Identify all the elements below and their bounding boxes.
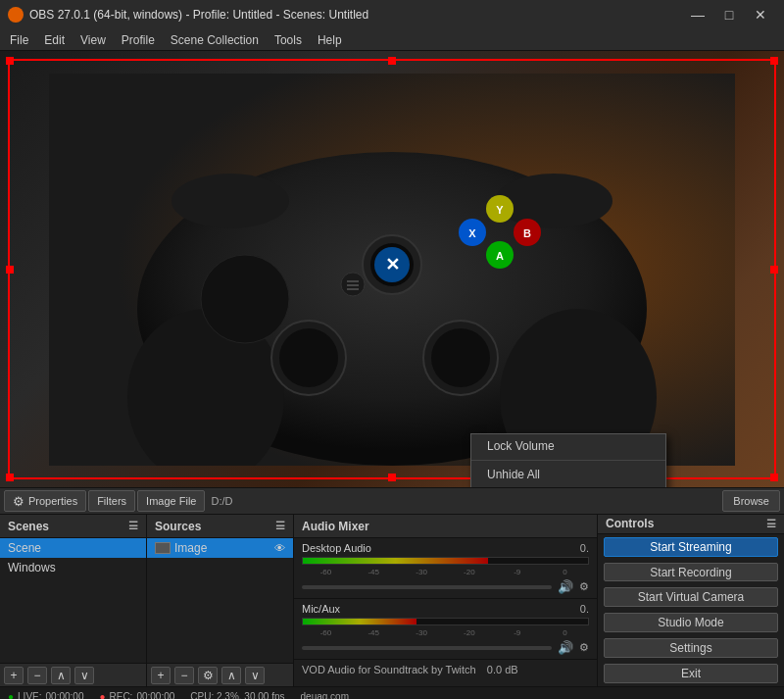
audio-header: Audio Mixer: [294, 515, 597, 538]
scenes-up-button[interactable]: ∧: [51, 667, 71, 684]
live-status: ● LIVE: 00:00:00: [8, 691, 83, 699]
scenes-list: Scene Windows: [0, 538, 146, 663]
menu-profile[interactable]: Profile: [114, 31, 163, 49]
desktop-audio-vol: 0.: [580, 542, 589, 554]
browse-button[interactable]: Browse: [722, 490, 780, 512]
titlebar-title: OBS 27.0.1 (64-bit, windows) - Profile: …: [29, 8, 368, 22]
svg-text:X: X: [468, 227, 476, 239]
mic-audio-name: Mic/Aux: [302, 603, 340, 615]
desktop-controls-row: 🔊 ⚙: [302, 579, 589, 594]
menu-tools[interactable]: Tools: [267, 31, 310, 49]
sources-menu-icon[interactable]: ☰: [275, 520, 285, 532]
context-menu: Lock Volume Unhide All Hide Rename Copy …: [470, 433, 666, 487]
start-virtual-camera-button[interactable]: Start Virtual Camera: [604, 587, 778, 607]
rec-time: 00:00:00: [136, 691, 174, 699]
statusbar: ● LIVE: 00:00:00 ● REC: 00:00:00 CPU: 2.…: [0, 686, 784, 699]
filters-button[interactable]: Filters: [88, 490, 135, 512]
properties-label: Properties: [28, 495, 77, 507]
ctx-lock-volume[interactable]: Lock Volume: [471, 434, 665, 458]
visibility-icon[interactable]: 👁: [274, 542, 285, 554]
mic-audio-header: Mic/Aux 0.: [302, 603, 589, 615]
meter-label-neg20: -20: [445, 568, 493, 576]
desktop-volume-slider[interactable]: [302, 585, 552, 589]
mic-meter-fill: [303, 619, 416, 624]
mic-controls-row: 🔊 ⚙: [302, 640, 589, 655]
titlebar: OBS 27.0.1 (64-bit, windows) - Profile: …: [0, 0, 784, 29]
rec-status: ● REC: 00:00:00: [99, 691, 174, 699]
scenes-controls: + − ∧ ∨: [0, 663, 146, 686]
studio-mode-button[interactable]: Studio Mode: [604, 613, 778, 632]
scenes-add-button[interactable]: +: [4, 667, 24, 684]
menu-help[interactable]: Help: [310, 31, 350, 49]
domain-status: deuag.com: [301, 691, 349, 699]
start-recording-button[interactable]: Start Recording: [604, 563, 778, 582]
ctx-hide[interactable]: Hide: [471, 486, 665, 487]
desktop-settings-icon[interactable]: ⚙: [579, 580, 589, 593]
scenes-menu-icon[interactable]: ☰: [128, 520, 138, 532]
scenes-remove-button[interactable]: −: [27, 667, 47, 684]
toolbar-path: D:/D: [211, 495, 232, 507]
svg-text:A: A: [496, 250, 504, 262]
exit-button[interactable]: Exit: [604, 664, 778, 683]
sources-controls: + − ⚙ ∧ ∨: [147, 663, 293, 686]
sources-settings-button[interactable]: ⚙: [198, 667, 218, 684]
sources-title: Sources: [155, 520, 201, 533]
mic-label-0: 0: [541, 628, 589, 637]
filters-label: Filters: [97, 495, 126, 507]
titlebar-left: OBS 27.0.1 (64-bit, windows) - Profile: …: [8, 7, 368, 23]
properties-button[interactable]: ⚙ Properties: [4, 490, 86, 512]
scenes-title: Scenes: [8, 520, 49, 533]
meter-label-neg30: -30: [398, 568, 446, 576]
start-streaming-button[interactable]: Start Streaming: [604, 537, 778, 557]
obs-logo-icon: [8, 7, 24, 23]
desktop-mute-icon[interactable]: 🔊: [558, 579, 573, 594]
menu-edit[interactable]: Edit: [36, 31, 73, 49]
sources-panel: Sources ☰ Image 👁 + − ⚙ ∧ ∨: [147, 515, 294, 686]
mic-settings-icon[interactable]: ⚙: [579, 641, 589, 654]
mic-label-neg45: -45: [350, 628, 398, 637]
preview-area: ✕ A B X Y: [0, 51, 784, 487]
source-item-image[interactable]: Image 👁: [147, 538, 293, 558]
meter-labels-mic: -60 -45 -30 -20 -9 0: [302, 628, 589, 637]
mic-mute-icon[interactable]: 🔊: [558, 640, 573, 655]
maximize-button[interactable]: □: [713, 0, 745, 29]
live-label: LIVE:: [18, 691, 41, 699]
menu-file[interactable]: File: [2, 31, 36, 49]
scenes-down-button[interactable]: ∨: [74, 667, 94, 684]
sources-down-button[interactable]: ∨: [245, 667, 265, 684]
live-time: 00:00:00: [46, 691, 84, 699]
audio-track-mic: Mic/Aux 0. -60 -45 -30 -20 -9 0 🔊 ⚙: [294, 599, 597, 660]
sources-remove-button[interactable]: −: [174, 667, 194, 684]
rec-dot: ●: [99, 691, 105, 699]
desktop-audio-header: Desktop Audio 0.: [302, 542, 589, 554]
panels-area: Scenes ☰ Scene Windows + − ∧ ∨ Sources ☰…: [0, 515, 784, 686]
menu-view[interactable]: View: [73, 31, 114, 49]
live-dot: ●: [8, 691, 14, 699]
menu-scene-collection[interactable]: Scene Collection: [163, 31, 267, 49]
scene-item-windows[interactable]: Windows: [0, 558, 146, 577]
meter-labels-desktop: -60 -45 -30 -20 -9 0: [302, 568, 589, 576]
controls-menu-icon[interactable]: ☰: [766, 518, 776, 530]
sources-list: Image 👁: [147, 538, 293, 663]
svg-text:B: B: [523, 227, 531, 239]
titlebar-controls: — □ ✕: [682, 0, 776, 29]
sources-add-button[interactable]: +: [151, 667, 171, 684]
mic-volume-slider[interactable]: [302, 646, 552, 650]
svg-point-5: [172, 174, 289, 228]
image-file-button[interactable]: Image File: [137, 490, 205, 512]
minimize-button[interactable]: —: [682, 0, 713, 29]
settings-button[interactable]: Settings: [604, 638, 778, 658]
scene-item-scene[interactable]: Scene: [0, 538, 146, 558]
ctx-separator-1: [471, 460, 665, 461]
close-button[interactable]: ✕: [745, 0, 776, 29]
svg-point-6: [495, 174, 612, 228]
preview-content: ✕ A B X Y: [0, 51, 784, 487]
svg-point-20: [279, 328, 338, 387]
desktop-audio-name: Desktop Audio: [302, 542, 371, 554]
vod-label: VOD Audio for Soundtrack by Twitch: [302, 664, 476, 675]
desktop-audio-meter: [302, 557, 589, 565]
sources-up-button[interactable]: ∧: [221, 667, 241, 684]
meter-label-neg9: -9: [493, 568, 541, 576]
ctx-unhide-all[interactable]: Unhide All: [471, 463, 665, 486]
image-file-label: Image File: [146, 495, 196, 507]
